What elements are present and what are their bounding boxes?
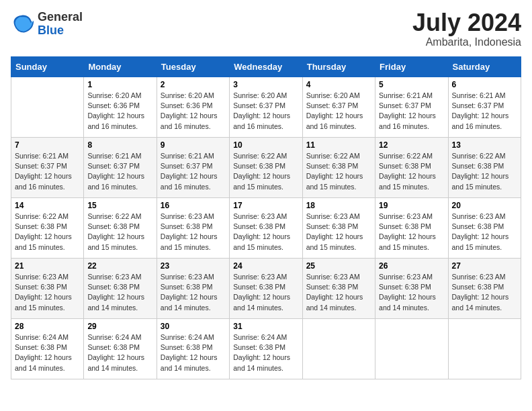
- day-cell: 30Sunrise: 6:24 AMSunset: 6:38 PMDayligh…: [157, 319, 229, 379]
- day-info: Sunrise: 6:23 AMSunset: 6:38 PMDaylight:…: [452, 272, 517, 313]
- day-cell: 25Sunrise: 6:23 AMSunset: 6:38 PMDayligh…: [302, 259, 375, 319]
- logo-text: General Blue: [38, 11, 83, 38]
- day-number: 2: [161, 80, 226, 89]
- day-number: 15: [87, 201, 152, 210]
- day-info: Sunrise: 6:23 AMSunset: 6:38 PMDaylight:…: [233, 212, 298, 253]
- day-number: 4: [306, 80, 371, 89]
- day-info: Sunrise: 6:22 AMSunset: 6:38 PMDaylight:…: [87, 212, 152, 253]
- day-info: Sunrise: 6:22 AMSunset: 6:38 PMDaylight:…: [15, 212, 80, 253]
- day-cell: 5Sunrise: 6:21 AMSunset: 6:37 PMDaylight…: [375, 77, 448, 138]
- day-cell: 10Sunrise: 6:22 AMSunset: 6:38 PMDayligh…: [230, 138, 302, 198]
- day-number: 31: [233, 322, 298, 331]
- day-info: Sunrise: 6:22 AMSunset: 6:38 PMDaylight:…: [306, 151, 371, 192]
- day-number: 23: [161, 261, 226, 271]
- day-cell: 16Sunrise: 6:23 AMSunset: 6:38 PMDayligh…: [157, 198, 229, 259]
- day-cell: 7Sunrise: 6:21 AMSunset: 6:37 PMDaylight…: [11, 138, 84, 198]
- day-info: Sunrise: 6:20 AMSunset: 6:36 PMDaylight:…: [87, 91, 152, 132]
- calendar-table: SundayMondayTuesdayWednesdayThursdayFrid…: [11, 56, 521, 379]
- calendar-body: 1Sunrise: 6:20 AMSunset: 6:36 PMDaylight…: [11, 77, 521, 379]
- day-cell: 15Sunrise: 6:22 AMSunset: 6:38 PMDayligh…: [84, 198, 157, 259]
- day-cell: 20Sunrise: 6:23 AMSunset: 6:38 PMDayligh…: [448, 198, 521, 259]
- day-cell: 22Sunrise: 6:23 AMSunset: 6:38 PMDayligh…: [84, 259, 157, 319]
- day-number: 3: [233, 80, 298, 89]
- day-cell: [302, 319, 375, 379]
- day-info: Sunrise: 6:23 AMSunset: 6:38 PMDaylight:…: [379, 272, 444, 313]
- day-cell: 1Sunrise: 6:20 AMSunset: 6:36 PMDaylight…: [84, 77, 157, 138]
- header-cell-monday: Monday: [84, 57, 157, 77]
- day-info: Sunrise: 6:20 AMSunset: 6:37 PMDaylight:…: [233, 91, 298, 132]
- logo: General Blue: [11, 11, 83, 38]
- day-number: 22: [87, 261, 152, 271]
- day-cell: 26Sunrise: 6:23 AMSunset: 6:38 PMDayligh…: [375, 259, 448, 319]
- day-number: 25: [306, 261, 371, 271]
- day-cell: 23Sunrise: 6:23 AMSunset: 6:38 PMDayligh…: [157, 259, 229, 319]
- day-info: Sunrise: 6:21 AMSunset: 6:37 PMDaylight:…: [15, 151, 80, 192]
- week-row-4: 21Sunrise: 6:23 AMSunset: 6:38 PMDayligh…: [11, 259, 521, 319]
- day-cell: 13Sunrise: 6:22 AMSunset: 6:38 PMDayligh…: [448, 138, 521, 198]
- day-cell: 29Sunrise: 6:24 AMSunset: 6:38 PMDayligh…: [84, 319, 157, 379]
- day-cell: 3Sunrise: 6:20 AMSunset: 6:37 PMDaylight…: [230, 77, 302, 138]
- day-cell: 9Sunrise: 6:21 AMSunset: 6:37 PMDaylight…: [157, 138, 229, 198]
- day-number: 14: [15, 201, 80, 210]
- day-number: 11: [306, 140, 371, 150]
- day-cell: 8Sunrise: 6:21 AMSunset: 6:37 PMDaylight…: [84, 138, 157, 198]
- day-cell: [375, 319, 448, 379]
- day-info: Sunrise: 6:24 AMSunset: 6:38 PMDaylight:…: [161, 332, 226, 373]
- day-number: 30: [161, 322, 226, 331]
- day-number: 1: [87, 80, 152, 89]
- day-cell: 18Sunrise: 6:23 AMSunset: 6:38 PMDayligh…: [302, 198, 375, 259]
- header-cell-thursday: Thursday: [302, 57, 375, 77]
- week-row-1: 1Sunrise: 6:20 AMSunset: 6:36 PMDaylight…: [11, 77, 521, 138]
- day-cell: 31Sunrise: 6:24 AMSunset: 6:38 PMDayligh…: [230, 319, 302, 379]
- day-info: Sunrise: 6:24 AMSunset: 6:38 PMDaylight:…: [233, 332, 298, 373]
- day-cell: [11, 77, 84, 138]
- day-info: Sunrise: 6:21 AMSunset: 6:37 PMDaylight:…: [161, 151, 226, 192]
- day-info: Sunrise: 6:21 AMSunset: 6:37 PMDaylight:…: [87, 151, 152, 192]
- day-info: Sunrise: 6:23 AMSunset: 6:38 PMDaylight:…: [379, 212, 444, 253]
- day-number: 26: [379, 261, 444, 271]
- day-info: Sunrise: 6:22 AMSunset: 6:38 PMDaylight:…: [233, 151, 298, 192]
- day-number: 29: [87, 322, 152, 331]
- day-cell: 2Sunrise: 6:20 AMSunset: 6:36 PMDaylight…: [157, 77, 229, 138]
- day-number: 16: [161, 201, 226, 210]
- day-cell: 19Sunrise: 6:23 AMSunset: 6:38 PMDayligh…: [375, 198, 448, 259]
- month-title: July 2024: [412, 11, 521, 35]
- day-number: 28: [15, 322, 80, 331]
- day-info: Sunrise: 6:23 AMSunset: 6:38 PMDaylight:…: [233, 272, 298, 313]
- day-cell: 27Sunrise: 6:23 AMSunset: 6:38 PMDayligh…: [448, 259, 521, 319]
- logo-blue: Blue: [38, 24, 83, 38]
- week-row-5: 28Sunrise: 6:24 AMSunset: 6:38 PMDayligh…: [11, 319, 521, 379]
- day-number: 5: [379, 80, 444, 89]
- day-number: 27: [452, 261, 517, 271]
- week-row-3: 14Sunrise: 6:22 AMSunset: 6:38 PMDayligh…: [11, 198, 521, 259]
- day-cell: 24Sunrise: 6:23 AMSunset: 6:38 PMDayligh…: [230, 259, 302, 319]
- day-number: 7: [15, 140, 80, 150]
- location: Ambarita, Indonesia: [412, 36, 521, 48]
- day-info: Sunrise: 6:22 AMSunset: 6:38 PMDaylight:…: [452, 151, 517, 192]
- day-number: 17: [233, 201, 298, 210]
- day-cell: 6Sunrise: 6:21 AMSunset: 6:37 PMDaylight…: [448, 77, 521, 138]
- header-cell-wednesday: Wednesday: [230, 57, 302, 77]
- day-number: 8: [87, 140, 152, 150]
- day-number: 19: [379, 201, 444, 210]
- day-cell: 4Sunrise: 6:20 AMSunset: 6:37 PMDaylight…: [302, 77, 375, 138]
- day-cell: 14Sunrise: 6:22 AMSunset: 6:38 PMDayligh…: [11, 198, 84, 259]
- day-info: Sunrise: 6:23 AMSunset: 6:38 PMDaylight:…: [15, 272, 80, 313]
- day-number: 21: [15, 261, 80, 271]
- day-info: Sunrise: 6:20 AMSunset: 6:37 PMDaylight:…: [306, 91, 371, 132]
- day-info: Sunrise: 6:21 AMSunset: 6:37 PMDaylight:…: [379, 91, 444, 132]
- day-info: Sunrise: 6:20 AMSunset: 6:36 PMDaylight:…: [161, 91, 226, 132]
- day-info: Sunrise: 6:23 AMSunset: 6:38 PMDaylight:…: [161, 272, 226, 313]
- day-cell: 21Sunrise: 6:23 AMSunset: 6:38 PMDayligh…: [11, 259, 84, 319]
- day-cell: [448, 319, 521, 379]
- day-info: Sunrise: 6:24 AMSunset: 6:38 PMDaylight:…: [87, 332, 152, 373]
- day-cell: 17Sunrise: 6:23 AMSunset: 6:38 PMDayligh…: [230, 198, 302, 259]
- logo-general: General: [38, 11, 83, 24]
- day-info: Sunrise: 6:24 AMSunset: 6:38 PMDaylight:…: [15, 332, 80, 373]
- header-cell-friday: Friday: [375, 57, 448, 77]
- week-row-2: 7Sunrise: 6:21 AMSunset: 6:37 PMDaylight…: [11, 138, 521, 198]
- day-number: 12: [379, 140, 444, 150]
- header-cell-saturday: Saturday: [448, 57, 521, 77]
- day-number: 6: [452, 80, 517, 89]
- day-info: Sunrise: 6:21 AMSunset: 6:37 PMDaylight:…: [452, 91, 517, 132]
